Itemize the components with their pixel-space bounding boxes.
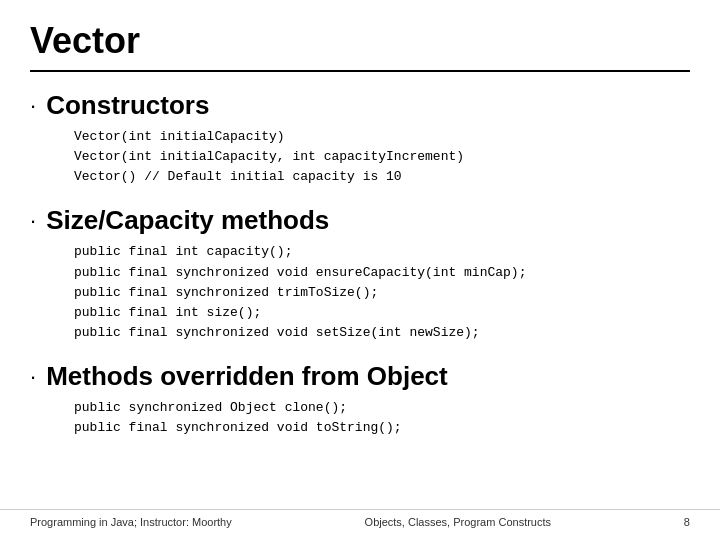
section-header-methods-overridden: · Methods overridden from Object (30, 361, 690, 392)
section-size-capacity: · Size/Capacity methods public final int… (30, 205, 690, 343)
bullet-size-capacity: · (30, 210, 36, 232)
section-header-size-capacity: · Size/Capacity methods (30, 205, 690, 236)
code-size-capacity: public final int capacity(); public fina… (74, 242, 690, 343)
section-title-methods-overridden: Methods overridden from Object (46, 361, 448, 392)
code-methods-overridden: public synchronized Object clone(); publ… (74, 398, 690, 438)
title-area: Vector (30, 20, 690, 72)
footer: Programming in Java; Instructor: Moorthy… (0, 509, 720, 528)
section-header-constructors: · Constructors (30, 90, 690, 121)
footer-center: Objects, Classes, Program Constructs (365, 516, 551, 528)
slide-title: Vector (30, 20, 140, 61)
section-methods-overridden: · Methods overridden from Object public … (30, 361, 690, 438)
bullet-constructors: · (30, 95, 36, 117)
footer-left: Programming in Java; Instructor: Moorthy (30, 516, 232, 528)
footer-right: 8 (684, 516, 690, 528)
bullet-methods-overridden: · (30, 366, 36, 388)
section-title-constructors: Constructors (46, 90, 209, 121)
code-constructors: Vector(int initialCapacity) Vector(int i… (74, 127, 690, 187)
section-title-size-capacity: Size/Capacity methods (46, 205, 329, 236)
section-constructors: · Constructors Vector(int initialCapacit… (30, 90, 690, 187)
slide: Vector · Constructors Vector(int initial… (0, 0, 720, 540)
